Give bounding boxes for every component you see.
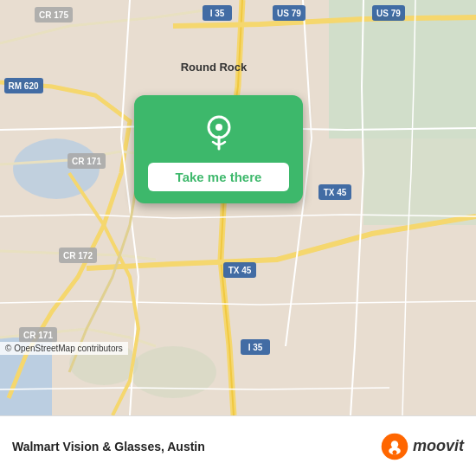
moovit-logo: moovit	[380, 432, 464, 461]
location-title: Walmart Vision & Glasses, Austin	[12, 440, 380, 453]
svg-text:US 79: US 79	[376, 9, 401, 18]
take-me-there-button[interactable]: Take me there	[148, 163, 289, 191]
svg-text:RM 620: RM 620	[8, 81, 38, 91]
svg-text:I 35: I 35	[248, 343, 263, 352]
svg-text:I 35: I 35	[210, 9, 225, 18]
svg-text:TX 45: TX 45	[324, 188, 347, 197]
svg-text:CR 171: CR 171	[72, 157, 101, 166]
svg-text:TX 45: TX 45	[228, 266, 252, 275]
pin-icon	[198, 111, 240, 152]
svg-point-31	[215, 124, 222, 131]
location-card: Take me there	[134, 95, 303, 203]
moovit-brand-text: moovit	[413, 437, 464, 455]
svg-text:CR 171: CR 171	[23, 331, 53, 340]
svg-text:CR 172: CR 172	[63, 251, 93, 261]
bottom-bar: Walmart Vision & Glasses, Austin moovit	[0, 415, 476, 476]
svg-point-34	[391, 441, 399, 448]
svg-text:Round Rock: Round Rock	[181, 61, 248, 74]
svg-rect-2	[363, 138, 476, 225]
svg-text:CR 175: CR 175	[39, 10, 68, 20]
map-attribution: © OpenStreetMap contributors	[0, 342, 128, 355]
svg-text:US 79: US 79	[277, 9, 301, 18]
moovit-logo-icon	[380, 432, 409, 461]
svg-point-6	[130, 346, 216, 398]
map-container: CR 175 I 35 US 79 US 79 RM 620 Round Roc…	[0, 0, 476, 415]
svg-point-35	[392, 450, 396, 454]
